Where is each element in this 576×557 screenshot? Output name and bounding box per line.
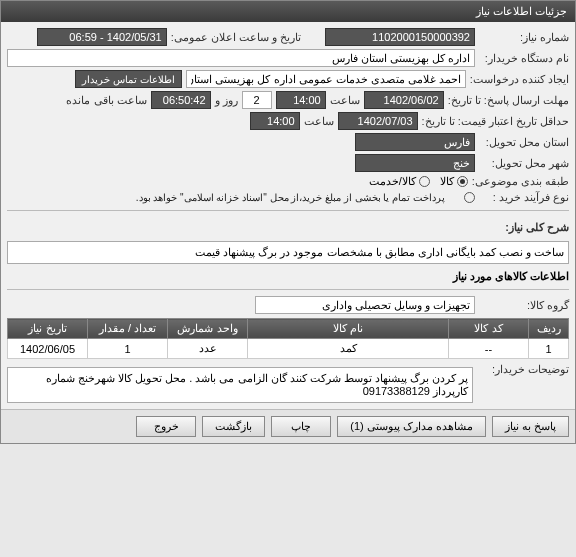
button-bar: پاسخ به نیاز مشاهده مدارک پیوستی (1) چاپ… — [1, 409, 575, 443]
province-label: استان محل تحویل: — [479, 136, 569, 149]
goods-section-title: اطلاعات کالاهای مورد نیاز — [7, 270, 569, 283]
validity-date-field[interactable] — [338, 112, 418, 130]
announce-field[interactable] — [37, 28, 167, 46]
deadline-time-field[interactable] — [276, 91, 326, 109]
city-field[interactable] — [355, 154, 475, 172]
table-header-row: ردیف کد کالا نام کالا واحد شمارش تعداد /… — [8, 319, 569, 339]
class-goods-radio[interactable]: کالا — [440, 175, 468, 188]
buyer-desc-label: توضیحات خریدار: — [479, 363, 569, 376]
class-service-radio[interactable]: کالا/خدمت — [369, 175, 430, 188]
radio-icon — [419, 176, 430, 187]
deadline-date-field[interactable] — [364, 91, 444, 109]
table-cell: 1 — [529, 339, 569, 359]
table-cell: -- — [449, 339, 529, 359]
items-table: ردیف کد کالا نام کالا واحد شمارش تعداد /… — [7, 318, 569, 359]
radio-icon — [464, 192, 475, 203]
treasury-note: پرداخت تمام یا بخشی از مبلغ خرید،از محل … — [136, 192, 445, 203]
class-label: طبقه بندی موضوعی: — [472, 175, 569, 188]
contact-button[interactable]: اطلاعات تماس خریدار — [75, 70, 182, 88]
class-goods-label: کالا — [440, 175, 454, 188]
divider — [7, 210, 569, 211]
remain-label: ساعت باقی مانده — [66, 94, 146, 107]
attachments-button[interactable]: مشاهده مدارک پیوستی (1) — [337, 416, 486, 437]
req-no-field[interactable] — [325, 28, 475, 46]
creator-label: ایجاد کننده درخواست: — [470, 73, 569, 86]
class-service-label: کالا/خدمت — [369, 175, 416, 188]
table-cell: 1402/06/05 — [8, 339, 88, 359]
table-cell: عدد — [168, 339, 248, 359]
creator-field[interactable] — [186, 70, 466, 88]
req-no-label: شماره نیاز: — [479, 31, 569, 44]
radio-icon — [457, 176, 468, 187]
table-row[interactable]: 1--کمدعدد11402/06/05 — [8, 339, 569, 359]
table-cell: کمد — [248, 339, 449, 359]
summary-label: شرح کلی نیاز: — [479, 221, 569, 234]
th-name: نام کالا — [248, 319, 449, 339]
city-label: شهر محل تحویل: — [479, 157, 569, 170]
buyer-desc-box[interactable]: پر کردن برگ پیشنهاد توسط شرکت کنند گان ا… — [7, 367, 473, 403]
days-field[interactable] — [242, 91, 272, 109]
exit-button[interactable]: خروج — [136, 416, 196, 437]
group-label: گروه کالا: — [479, 299, 569, 312]
time-label-1: ساعت — [330, 94, 360, 107]
buytype-label: نوع فرآیند خرید : — [479, 191, 569, 204]
th-row: ردیف — [529, 319, 569, 339]
buytype-other-radio[interactable] — [461, 192, 475, 203]
details-window: جزئیات اطلاعات نیاز شماره نیاز: تاریخ و … — [0, 0, 576, 444]
time-label-2: ساعت — [304, 115, 334, 128]
divider — [7, 289, 569, 290]
buyer-field[interactable] — [7, 49, 475, 67]
days-label: روز و — [215, 94, 238, 107]
form-content: شماره نیاز: تاریخ و ساعت اعلان عمومی: نا… — [1, 22, 575, 409]
back-button[interactable]: بازگشت — [202, 416, 265, 437]
deadline-label: مهلت ارسال پاسخ: تا تاریخ: — [448, 94, 569, 107]
summary-text-area[interactable]: ساخت و نصب کمد بایگانی اداری مطابق با مش… — [7, 241, 569, 264]
province-field[interactable] — [355, 133, 475, 151]
window-titlebar: جزئیات اطلاعات نیاز — [1, 1, 575, 22]
table-cell: 1 — [88, 339, 168, 359]
print-button[interactable]: چاپ — [271, 416, 331, 437]
validity-time-field[interactable] — [250, 112, 300, 130]
buyer-desc-text: پر کردن برگ پیشنهاد توسط شرکت کنند گان ا… — [46, 372, 468, 397]
remain-time-field[interactable] — [151, 91, 211, 109]
class-radio-group: کالا کالا/خدمت — [369, 175, 468, 188]
announce-label: تاریخ و ساعت اعلان عمومی: — [171, 31, 301, 44]
th-date: تاریخ نیاز — [8, 319, 88, 339]
buytype-radio-group — [461, 192, 475, 203]
validity-label: حداقل تاریخ اعتبار قیمت: تا تاریخ: — [422, 115, 569, 128]
summary-text: ساخت و نصب کمد بایگانی اداری مطابق با مش… — [195, 246, 564, 258]
th-qty: تعداد / مقدار — [88, 319, 168, 339]
group-field[interactable] — [255, 296, 475, 314]
th-code: کد کالا — [449, 319, 529, 339]
window-title: جزئیات اطلاعات نیاز — [476, 5, 567, 17]
respond-button[interactable]: پاسخ به نیاز — [492, 416, 569, 437]
th-unit: واحد شمارش — [168, 319, 248, 339]
buyer-label: نام دستگاه خریدار: — [479, 52, 569, 65]
